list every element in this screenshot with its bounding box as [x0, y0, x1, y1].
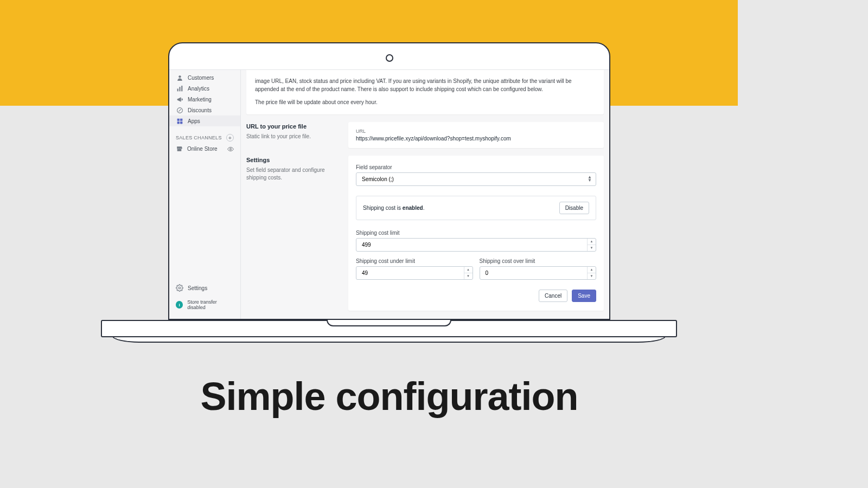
- spinner: ▲ ▼: [587, 267, 596, 279]
- stepper-up-icon[interactable]: ▲: [588, 267, 596, 273]
- gear-icon: [176, 284, 183, 292]
- spinner: ▲ ▼: [464, 267, 473, 279]
- svg-point-10: [178, 287, 181, 289]
- settings-section: Settings Set field separator and configu…: [246, 156, 604, 311]
- camera-icon: [386, 54, 393, 62]
- cancel-button[interactable]: Cancel: [539, 290, 567, 302]
- app-screen: Customers Analytics Marketing Discounts: [169, 69, 609, 319]
- spinner: ▲ ▼: [587, 239, 596, 251]
- under-limit-label: Shipping cost under limit: [356, 258, 473, 264]
- svg-rect-1: [177, 88, 178, 91]
- shipping-status-text: Shipping cost is enabled.: [363, 205, 424, 211]
- svg-rect-8: [180, 121, 182, 124]
- svg-rect-7: [177, 121, 179, 124]
- shipping-limit-input[interactable]: [356, 238, 596, 252]
- laptop-base: [101, 320, 677, 343]
- stepper-down-icon[interactable]: ▼: [588, 273, 596, 279]
- shipping-limit-field[interactable]: ▲ ▼: [356, 238, 596, 252]
- main-content: image URL, EAN, stock status and price i…: [241, 70, 609, 319]
- shipping-limit-label: Shipping cost limit: [356, 230, 596, 236]
- over-limit-input[interactable]: [480, 266, 597, 280]
- sidebar-item-marketing[interactable]: Marketing: [169, 94, 240, 105]
- url-label: URL: [356, 129, 596, 134]
- url-card: URL https://www.pricefile.xyz/api/downlo…: [348, 122, 604, 148]
- stepper-up-icon[interactable]: ▲: [464, 267, 473, 273]
- info-icon: i: [176, 301, 183, 309]
- svg-rect-2: [179, 87, 180, 91]
- svg-point-9: [230, 148, 232, 150]
- shipping-status-box: Shipping cost is enabled. Disable: [356, 196, 596, 220]
- sidebar-item-apps[interactable]: Apps: [169, 115, 240, 126]
- settings-label: Settings: [188, 285, 207, 291]
- store-transfer-notice: i Store transfer disabled: [169, 296, 240, 313]
- sidebar-item-label: Analytics: [188, 86, 209, 92]
- field-separator-label: Field separator: [356, 164, 596, 170]
- under-limit-field[interactable]: ▲ ▼: [356, 266, 473, 280]
- info-card: image URL, EAN, stock status and price i…: [246, 70, 604, 114]
- svg-rect-6: [180, 118, 182, 120]
- store-icon: [176, 145, 183, 152]
- sales-channels-header: SALES CHANNELS +: [169, 129, 240, 144]
- view-store-icon[interactable]: [227, 146, 234, 152]
- svg-rect-5: [177, 118, 179, 120]
- megaphone-icon: [176, 95, 183, 103]
- sidebar-item-analytics[interactable]: Analytics: [169, 83, 240, 94]
- laptop-mockup: Customers Analytics Marketing Discounts: [168, 42, 610, 343]
- url-desc: Static link to your price file.: [246, 133, 339, 140]
- person-icon: [176, 74, 183, 81]
- settings-card: Field separator ▲▼ Shipping cost is enab…: [348, 156, 604, 311]
- sidebar-item-customers[interactable]: Customers: [169, 72, 240, 83]
- channel-label: Online Store: [187, 146, 218, 152]
- sidebar-item-label: Customers: [188, 75, 214, 81]
- screen-frame: Customers Analytics Marketing Discounts: [168, 42, 610, 320]
- over-limit-field[interactable]: ▲ ▼: [480, 266, 597, 280]
- discount-icon: [176, 106, 183, 114]
- settings-desc: Set field separator and configure shippi…: [246, 166, 339, 182]
- url-section: URL to your price file Static link to yo…: [246, 122, 604, 148]
- laptop-notch: [327, 320, 451, 326]
- svg-point-0: [178, 75, 181, 78]
- sidebar: Customers Analytics Marketing Discounts: [169, 70, 241, 319]
- under-limit-input[interactable]: [356, 266, 473, 280]
- primary-nav: Customers Analytics Marketing Discounts: [169, 70, 240, 129]
- stepper-up-icon[interactable]: ▲: [588, 239, 596, 245]
- disable-button[interactable]: Disable: [559, 202, 589, 214]
- info-text-1: image URL, EAN, stock status and price i…: [255, 78, 595, 93]
- sidebar-footer: Settings i Store transfer disabled: [169, 280, 240, 319]
- sidebar-item-label: Discounts: [188, 107, 212, 113]
- sidebar-item-label: Apps: [188, 118, 200, 124]
- field-separator-value[interactable]: [356, 172, 596, 186]
- sidebar-item-label: Marketing: [188, 97, 212, 102]
- over-limit-label: Shipping cost over limit: [480, 258, 597, 264]
- save-button[interactable]: Save: [572, 290, 596, 302]
- sales-channels-label: SALES CHANNELS: [176, 135, 222, 140]
- field-separator-select[interactable]: ▲▼: [356, 172, 596, 186]
- sidebar-item-online-store[interactable]: Online Store: [169, 144, 240, 154]
- settings-link[interactable]: Settings: [169, 280, 240, 296]
- apps-icon: [176, 117, 183, 125]
- sidebar-item-discounts[interactable]: Discounts: [169, 105, 240, 115]
- form-actions: Cancel Save: [356, 290, 596, 302]
- analytics-icon: [176, 85, 183, 92]
- url-heading: URL to your price file: [246, 123, 339, 130]
- svg-rect-3: [181, 86, 182, 91]
- settings-heading: Settings: [246, 157, 339, 163]
- info-text-2: The price file will be update about once…: [255, 99, 595, 107]
- url-value[interactable]: https://www.pricefile.xyz/api/download?s…: [356, 136, 596, 142]
- stepper-down-icon[interactable]: ▼: [588, 245, 596, 251]
- marketing-headline: Simple configuration: [0, 374, 778, 419]
- add-channel-button[interactable]: +: [226, 134, 234, 142]
- stepper-down-icon[interactable]: ▼: [464, 273, 473, 279]
- transfer-label: Store transfer disabled: [187, 299, 234, 310]
